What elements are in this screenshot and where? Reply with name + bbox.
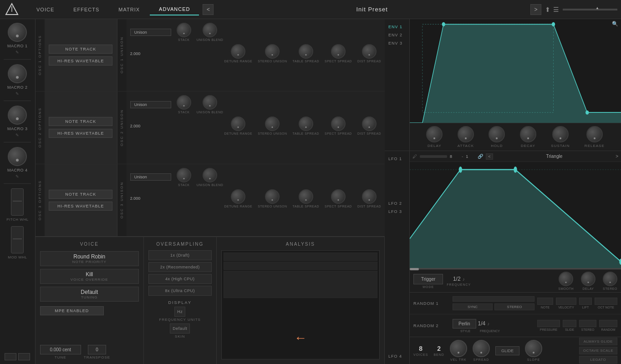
menu-button[interactable]: ☰ bbox=[553, 6, 559, 13]
voice-override[interactable]: Kill VOICE OVERRIDE bbox=[40, 269, 139, 284]
lfo-position-handle[interactable] bbox=[410, 268, 419, 270]
tune-input[interactable] bbox=[40, 345, 81, 354]
tab-matrix[interactable]: MATRIX bbox=[109, 4, 149, 15]
random-1-sync-btn[interactable]: SYNC bbox=[453, 303, 493, 310]
osc-3-unison-select[interactable]: Unison bbox=[130, 173, 171, 181]
macro-4-knob[interactable] bbox=[8, 147, 27, 166]
lfo-smooth-knob[interactable] bbox=[559, 272, 573, 286]
volume-slider[interactable] bbox=[563, 9, 617, 10]
random-2-stereo-btn[interactable] bbox=[579, 320, 596, 327]
lfo-trigger-btn[interactable]: Trigger bbox=[413, 274, 443, 284]
lfo-delay-knob[interactable] bbox=[581, 272, 596, 286]
osc-1-table-knob[interactable] bbox=[299, 44, 313, 59]
delay-knob[interactable] bbox=[426, 126, 443, 142]
osc-3-table-knob[interactable] bbox=[299, 189, 313, 204]
osc-1-note-track-btn[interactable]: NOTE TRACK bbox=[49, 45, 112, 54]
env-1-label[interactable]: ENV 1 bbox=[385, 23, 409, 31]
prev-preset-button[interactable]: < bbox=[203, 4, 214, 15]
macro-3-edit-icon[interactable]: ✎ bbox=[15, 133, 19, 137]
frequency-units-btn[interactable]: Hz bbox=[174, 307, 185, 317]
random-2-slide-btn[interactable] bbox=[563, 320, 576, 327]
macro-3-knob[interactable] bbox=[8, 106, 27, 125]
osc-2-note-track-btn[interactable]: NOTE TRACK bbox=[49, 117, 112, 126]
tab-effects[interactable]: EFFECTS bbox=[64, 4, 108, 15]
lfo-2-label[interactable]: LFO 2 bbox=[385, 199, 409, 207]
osc-1-detune-knob[interactable] bbox=[231, 44, 245, 59]
osc-2-blend-knob[interactable] bbox=[203, 95, 217, 110]
osc-1-hires-btn[interactable]: HI-RES WAVETABLE bbox=[49, 56, 112, 66]
osc-1-unison-select[interactable]: Unison bbox=[130, 29, 171, 36]
osc-3-blend-knob[interactable] bbox=[203, 168, 217, 182]
keyboard-btn-1[interactable] bbox=[5, 353, 16, 360]
next-preset-button[interactable]: > bbox=[530, 4, 541, 15]
attack-knob[interactable] bbox=[458, 126, 474, 142]
osc-3-dist-knob[interactable] bbox=[362, 189, 377, 204]
keyboard-btn-2[interactable] bbox=[18, 353, 30, 360]
os-1x-btn[interactable]: 1x (Draft) bbox=[148, 250, 212, 260]
os-2x-btn[interactable]: 2x (Recommended) bbox=[148, 262, 212, 272]
lfo-1-label[interactable]: LFO 1 bbox=[385, 155, 409, 163]
tab-voice[interactable]: VOICE bbox=[27, 4, 63, 15]
osc-1-stereo-knob[interactable] bbox=[265, 44, 280, 59]
lfo-rate-slider[interactable] bbox=[420, 155, 447, 158]
voice-tuning[interactable]: Default TUNING bbox=[40, 287, 139, 302]
hold-knob[interactable] bbox=[489, 126, 505, 142]
mpe-enabled-btn[interactable]: MPE ENABLED bbox=[40, 306, 104, 315]
random-1-velocity-btn[interactable] bbox=[556, 298, 576, 305]
osc-2-stack-knob[interactable] bbox=[177, 95, 191, 110]
osc-1-dist-knob[interactable] bbox=[362, 44, 377, 59]
lfo-mode-btn[interactable]: < bbox=[486, 153, 493, 160]
octave-scale-btn[interactable]: OCTAVE SCALE bbox=[579, 347, 617, 354]
osc-3-stereo-knob[interactable] bbox=[265, 189, 280, 204]
macro-2-edit-icon[interactable]: ✎ bbox=[15, 91, 19, 96]
osc-2-table-knob[interactable] bbox=[299, 116, 313, 131]
random-1-note-btn[interactable] bbox=[537, 298, 553, 305]
random-2-style-btn[interactable]: Perlin bbox=[453, 319, 476, 329]
decay-knob[interactable] bbox=[520, 126, 536, 142]
always-glide-btn[interactable]: ALWAYS GLIDE bbox=[579, 338, 617, 345]
lfo-3-label[interactable]: LFO 3 bbox=[385, 207, 409, 216]
osc-3-detune-knob[interactable] bbox=[231, 189, 245, 204]
env-3-label[interactable]: ENV 3 bbox=[385, 39, 409, 47]
random-2-pressure-btn[interactable] bbox=[537, 320, 560, 327]
osc-3-spect-knob[interactable] bbox=[331, 189, 346, 204]
osc-3-note-track-btn[interactable]: NOTE TRACK bbox=[49, 190, 112, 199]
os-4x-btn[interactable]: 4x (High CPU) bbox=[148, 274, 212, 284]
osc-2-unison-select[interactable]: Unison bbox=[130, 101, 171, 108]
random-1-octnote-btn[interactable] bbox=[595, 298, 617, 305]
transpose-btn[interactable]: 0 bbox=[88, 345, 106, 354]
pitch-wheel[interactable] bbox=[11, 188, 24, 216]
os-8x-btn[interactable]: 8x (Ultra CPU) bbox=[148, 286, 212, 296]
macro-1-edit-icon[interactable]: ✎ bbox=[15, 50, 19, 55]
save-button[interactable]: ⬆ bbox=[545, 6, 550, 13]
mod-wheel[interactable] bbox=[11, 226, 24, 253]
macro-2-knob[interactable] bbox=[8, 64, 27, 83]
random-1-lift-btn[interactable] bbox=[579, 298, 592, 305]
osc-3-stack-knob[interactable] bbox=[177, 168, 191, 182]
macro-4-edit-icon[interactable]: ✎ bbox=[15, 174, 19, 179]
osc-2-spect-knob[interactable] bbox=[331, 116, 346, 131]
osc-1-stack-knob[interactable] bbox=[177, 23, 191, 37]
macro-1-knob[interactable] bbox=[8, 23, 27, 42]
sustain-knob[interactable] bbox=[552, 126, 569, 142]
vel-trk-knob[interactable] bbox=[450, 340, 467, 357]
glide-btn[interactable]: GLIDE bbox=[495, 346, 519, 355]
skin-btn[interactable]: Default bbox=[170, 324, 190, 334]
random-1-stereo-btn[interactable]: STEREO bbox=[494, 303, 534, 310]
lfo-4-label[interactable]: LFO 4 bbox=[385, 352, 409, 360]
osc-2-stereo-knob[interactable] bbox=[265, 116, 280, 131]
legato-btn[interactable]: LEGATO bbox=[579, 356, 617, 364]
osc-2-detune-knob[interactable] bbox=[231, 116, 245, 131]
env-2-label[interactable]: ENV 2 bbox=[385, 31, 409, 39]
voice-round-robin[interactable]: Round Robin NOTE PRIORITY bbox=[40, 251, 139, 266]
spread-knob[interactable] bbox=[473, 340, 490, 357]
slope-knob[interactable] bbox=[525, 340, 542, 357]
env-search-icon[interactable]: 🔍 bbox=[612, 21, 618, 27]
osc-1-spect-knob[interactable] bbox=[331, 44, 346, 59]
osc-2-dist-knob[interactable] bbox=[362, 116, 377, 131]
release-knob[interactable] bbox=[586, 126, 603, 142]
osc-3-hires-btn[interactable]: HI-RES WAVETABLE bbox=[49, 202, 112, 211]
tab-advanced[interactable]: ADVANCED bbox=[150, 4, 199, 15]
lfo-stereo-knob[interactable] bbox=[603, 272, 617, 286]
osc-2-hires-btn[interactable]: HI-RES WAVETABLE bbox=[49, 129, 112, 138]
